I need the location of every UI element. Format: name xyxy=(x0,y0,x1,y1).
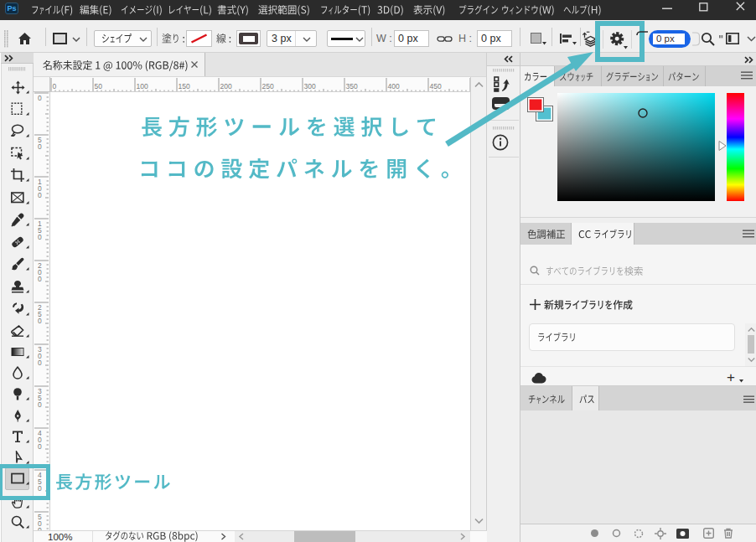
svg-text:300: 300 xyxy=(304,82,316,90)
svg-text:150: 150 xyxy=(179,82,190,90)
svg-text:0: 0 xyxy=(38,275,42,283)
svg-text:0: 0 xyxy=(38,359,42,367)
svg-text:100: 100 xyxy=(137,82,148,90)
svg-text:0: 0 xyxy=(38,142,42,151)
svg-text:0: 0 xyxy=(38,94,42,102)
svg-text:200: 200 xyxy=(220,82,232,90)
svg-text:350: 350 xyxy=(346,82,358,90)
svg-text:0: 0 xyxy=(53,82,57,90)
svg-text:0: 0 xyxy=(38,191,42,199)
svg-text:400: 400 xyxy=(388,82,400,90)
svg-text:0: 0 xyxy=(38,317,42,325)
svg-text:0: 0 xyxy=(38,400,42,409)
svg-text:250: 250 xyxy=(262,82,274,90)
svg-text:0: 0 xyxy=(38,442,42,451)
svg-text:50: 50 xyxy=(95,82,103,90)
svg-text:0: 0 xyxy=(38,233,42,241)
